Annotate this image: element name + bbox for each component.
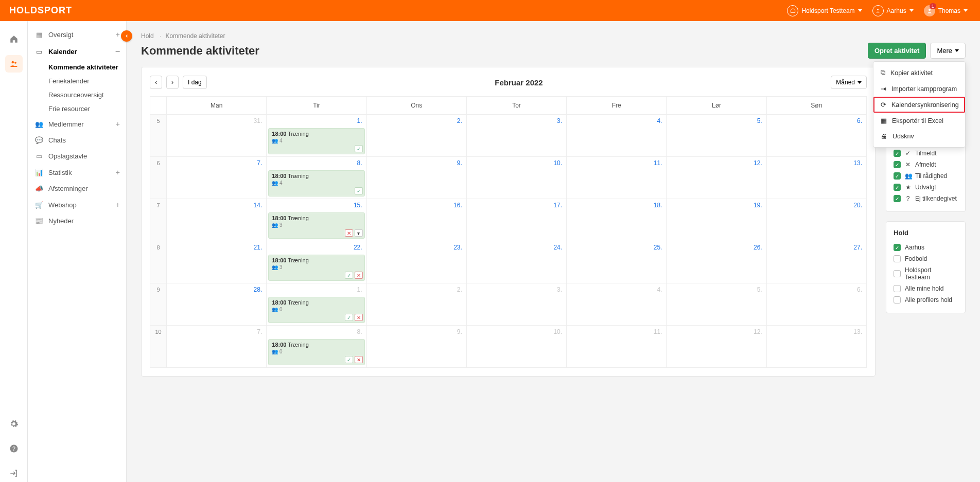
checkbox[interactable] <box>894 270 901 277</box>
checkbox[interactable]: ✓ <box>894 161 901 168</box>
calendar-cell[interactable]: 1.18:00 Træning👥 4✓ <box>267 115 366 157</box>
calendar-cell[interactable]: 3. <box>466 283 566 326</box>
breadcrumb-item[interactable]: Kommende aktiviteter <box>155 32 225 40</box>
rail-home[interactable] <box>5 30 23 48</box>
team-switcher[interactable]: Holdsport Testteam <box>784 3 865 19</box>
calendar-cell[interactable]: 28. <box>167 283 267 326</box>
hold-filter-row[interactable]: Holdsport Testteam <box>894 264 958 283</box>
status-filter-row[interactable]: ✓★Udvalgt <box>894 182 958 193</box>
cal-view-select[interactable]: Måned <box>831 76 867 89</box>
checkbox[interactable]: ✓ <box>894 195 901 202</box>
hold-filter-row[interactable]: Alle profilers hold <box>894 294 958 306</box>
calendar-cell[interactable]: 17. <box>466 199 566 241</box>
plus-icon[interactable]: + <box>116 120 120 128</box>
accept-icon[interactable]: ✓ <box>345 272 353 279</box>
calendar-event[interactable]: 18:00 Træning👥 0✓✕ <box>268 297 364 323</box>
calendar-cell[interactable]: 14. <box>167 199 267 241</box>
checkbox[interactable] <box>894 285 901 292</box>
calendar-cell[interactable]: 9. <box>366 157 466 199</box>
rail-team[interactable] <box>5 55 23 73</box>
calendar-cell[interactable]: 8.18:00 Træning👥 4✓ <box>267 157 366 199</box>
calendar-cell[interactable]: 3. <box>466 115 566 157</box>
plus-icon[interactable]: + <box>116 30 120 39</box>
status-filter-row[interactable]: ✓✓Tilmeldt <box>894 148 958 159</box>
user-menu[interactable]: 1 Thomas <box>921 3 971 19</box>
hold-filter-row[interactable]: Fodbold <box>894 253 958 264</box>
calendar-cell[interactable]: 8.18:00 Træning👥 0✓✕ <box>267 326 366 368</box>
calendar-cell[interactable]: 10. <box>466 326 566 368</box>
calendar-cell[interactable]: 5. <box>667 283 766 326</box>
sidebar-item-medlemmer[interactable]: 👥 Medlemmer + <box>28 116 126 132</box>
sidebar-item-oversigt[interactable]: ▦ Oversigt + <box>28 26 126 43</box>
calendar-cell[interactable]: 15.18:00 Træning👥 3✕▾ <box>267 199 366 241</box>
calendar-cell[interactable]: 11. <box>567 326 667 368</box>
calendar-cell[interactable]: 9. <box>366 326 466 368</box>
calendar-cell[interactable]: 7. <box>167 326 267 368</box>
decline-icon[interactable]: ✕ <box>355 356 363 363</box>
sidebar-sub-kommende[interactable]: Kommende aktiviteter <box>28 60 126 74</box>
accept-icon[interactable]: ✓ <box>355 145 363 152</box>
status-filter-row[interactable]: ✓👥Til rådighed <box>894 170 958 182</box>
checkbox[interactable]: ✓ <box>894 244 901 251</box>
calendar-cell[interactable]: 22.18:00 Træning👥 3✓✕ <box>267 241 366 283</box>
calendar-cell[interactable]: 31. <box>167 115 267 157</box>
sidebar-item-webshop[interactable]: 🛒 Webshop + <box>28 197 126 213</box>
sidebar-collapse[interactable] <box>121 30 132 42</box>
sidebar-sub-ressource[interactable]: Ressourceoversigt <box>28 88 126 102</box>
calendar-event[interactable]: 18:00 Træning👥 4✓ <box>268 170 364 197</box>
rail-settings[interactable] <box>5 415 23 433</box>
brand-logo[interactable]: HOLDSPORT <box>9 5 72 16</box>
checkbox[interactable]: ✓ <box>894 150 901 157</box>
calendar-cell[interactable]: 13. <box>766 326 866 368</box>
calendar-cell[interactable]: 18. <box>567 199 667 241</box>
hold-filter-row[interactable]: Alle mine hold <box>894 283 958 294</box>
calendar-cell[interactable]: 5. <box>667 115 766 157</box>
accept-icon[interactable]: ✓ <box>355 187 363 194</box>
calendar-cell[interactable]: 24. <box>466 241 566 283</box>
accept-icon[interactable]: ✓ <box>345 356 353 363</box>
calendar-cell[interactable]: 19. <box>667 199 766 241</box>
sidebar-item-statistik[interactable]: 📊 Statistik + <box>28 164 126 181</box>
checkbox[interactable]: ✓ <box>894 184 901 191</box>
decline-icon[interactable]: ✕ <box>355 272 363 279</box>
calendar-event[interactable]: 18:00 Træning👥 0✓✕ <box>268 339 364 365</box>
cal-next[interactable]: › <box>166 76 179 89</box>
sidebar-sub-ferie[interactable]: Feriekalender <box>28 74 126 88</box>
calendar-cell[interactable]: 10. <box>466 157 566 199</box>
plus-icon[interactable]: + <box>116 168 120 176</box>
sidebar-item-afstemninger[interactable]: 📣 Afstemninger <box>28 181 126 197</box>
breadcrumb-item[interactable]: Hold <box>141 32 154 40</box>
calendar-cell[interactable]: 21. <box>167 241 267 283</box>
calendar-cell[interactable]: 27. <box>766 241 866 283</box>
hold-filter-row[interactable]: ✓Aarhus <box>894 242 958 253</box>
menu-print[interactable]: 🖨Udskriv <box>873 129 965 144</box>
calendar-cell[interactable]: 2. <box>366 115 466 157</box>
plus-icon[interactable]: + <box>116 201 120 209</box>
checkbox[interactable] <box>894 255 901 262</box>
calendar-cell[interactable]: 16. <box>366 199 466 241</box>
sidebar-item-opslagstavle[interactable]: ▭ Opslagstavle <box>28 148 126 164</box>
calendar-cell[interactable]: 26. <box>667 241 766 283</box>
menu-import-program[interactable]: ⇥Importer kampprogram <box>873 81 965 97</box>
calendar-event[interactable]: 18:00 Træning👥 3✕▾ <box>268 212 364 239</box>
calendar-cell[interactable]: 25. <box>567 241 667 283</box>
calendar-cell[interactable]: 12. <box>667 326 766 368</box>
calendar-cell[interactable]: 4. <box>567 115 667 157</box>
calendar-cell[interactable]: 20. <box>766 199 866 241</box>
cal-prev[interactable]: ‹ <box>150 76 162 89</box>
decline-icon[interactable]: ✕ <box>345 229 353 237</box>
sidebar-item-chats[interactable]: 💬 Chats <box>28 132 126 148</box>
calendar-cell[interactable]: 2. <box>366 283 466 326</box>
menu-copy-activity[interactable]: ⧉Kopier aktivitet <box>873 65 965 81</box>
status-filter-row[interactable]: ✓?Ej tilkendegivet <box>894 193 958 204</box>
calendar-event[interactable]: 18:00 Træning👥 4✓ <box>268 128 364 154</box>
menu-export-excel[interactable]: ▦Eksportér til Excel <box>873 113 965 129</box>
calendar-cell[interactable]: 1.18:00 Træning👥 0✓✕ <box>267 283 366 326</box>
more-icon[interactable]: ▾ <box>355 229 363 237</box>
more-button[interactable]: Mere <box>930 43 966 59</box>
city-switcher[interactable]: Aarhus <box>869 3 917 19</box>
create-activity-button[interactable]: Opret aktivitet <box>868 43 926 59</box>
status-filter-row[interactable]: ✓✕Afmeldt <box>894 159 958 170</box>
sidebar-sub-frie[interactable]: Frie resourcer <box>28 102 126 116</box>
calendar-cell[interactable]: 11. <box>567 157 667 199</box>
